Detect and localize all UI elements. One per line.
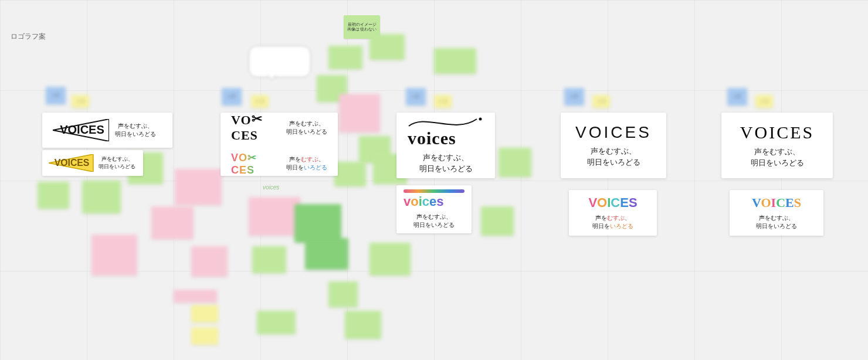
tagline: 声をむすぶ、 明日をいろどる: [419, 152, 473, 175]
frame-label: ロゴラフ案: [11, 32, 46, 42]
tagline: 声をむすぶ、 明日をいろどる: [286, 155, 327, 172]
sticky-note[interactable]: メモ: [251, 95, 269, 108]
sticky-note[interactable]: [174, 290, 217, 303]
sticky-note[interactable]: A案: [727, 88, 747, 106]
sticky-note[interactable]: A案: [46, 87, 66, 104]
logo-card-flowline-mono[interactable]: voices 声をむすぶ、 明日をいろどる: [396, 113, 495, 178]
sticky-note[interactable]: [328, 281, 358, 307]
sticky-note[interactable]: [191, 246, 228, 277]
voices-logo-flowline-color: voices: [404, 198, 444, 208]
tagline: 声をむすぶ、 明日をいろどる: [286, 120, 327, 136]
voices-logo-scissors-color: VO✂CES: [231, 151, 279, 176]
sticky-note[interactable]: [305, 238, 348, 270]
tagline: 声をむすぶ、 明日をいろどる: [99, 155, 135, 170]
sticky-note[interactable]: [191, 305, 218, 322]
logo-card-elegant-color[interactable]: VOICES 声をむすぶ、 明日をいろどる: [730, 190, 823, 236]
voices-signature: voices: [263, 184, 279, 191]
sticky-note[interactable]: [339, 94, 380, 133]
logo-card-perspective-yellow[interactable]: VOICES 声をむすぶ、 明日をいろどる: [42, 150, 143, 176]
sticky-note[interactable]: メモ: [592, 95, 610, 108]
sticky-note[interactable]: [499, 148, 531, 177]
sticky-note[interactable]: [82, 181, 121, 213]
sticky-note[interactable]: [369, 243, 411, 276]
sticky-note[interactable]: [38, 182, 69, 209]
logo-card-thin-mono[interactable]: VOICES 声をむすぶ、 明日をいろどる: [561, 113, 666, 178]
sticky-note[interactable]: [481, 206, 514, 236]
logo-card-elegant-mono[interactable]: VOICES 声をむすぶ、 明日をいろどる: [721, 113, 833, 178]
sticky-note[interactable]: [249, 197, 300, 236]
sticky-note[interactable]: [191, 327, 218, 345]
sticky-note[interactable]: [434, 48, 476, 74]
sticky-note[interactable]: [369, 34, 405, 60]
svg-point-4: [479, 117, 482, 120]
voices-logo-thin-color: VOICES: [588, 195, 637, 210]
tagline: 声をむすぶ、 明日をいろどる: [756, 214, 797, 230]
logo-card-thin-color[interactable]: VOICES 声をむすぶ、 明日をいろどる: [569, 190, 657, 236]
voices-logo-elegant-color: VOICES: [752, 195, 801, 210]
speech-bubble[interactable]: [249, 46, 311, 77]
tagline: 声をむすぶ、 明日をいろどる: [592, 214, 633, 230]
sticky-note[interactable]: [345, 311, 381, 339]
voices-logo-thin: VOICES: [575, 123, 652, 142]
voices-logo-perspective: VOICES: [53, 119, 109, 141]
tagline: 声をむすぶ、 明日をいろどる: [751, 146, 804, 169]
sticky-note[interactable]: メモ: [755, 95, 773, 108]
sticky-note[interactable]: [151, 206, 194, 239]
tagline: 声をむすぶ、 明日をいろどる: [587, 145, 640, 168]
sticky-note[interactable]: [257, 311, 296, 334]
tagline: 声をむすぶ、 明日をいろどる: [115, 122, 156, 138]
logo-card-scissors[interactable]: VO✂CES 声をむすぶ、 明日をいろどる VO✂CES 声をむすぶ、 明日をい…: [221, 113, 338, 176]
svg-text:VOICES: VOICES: [55, 158, 90, 168]
voices-logo-flowline: voices: [408, 117, 484, 148]
sticky-note[interactable]: [175, 169, 222, 205]
svg-text:VOICES: VOICES: [60, 123, 104, 136]
whiteboard-canvas[interactable]: ロゴラフ案 最初のイメージ画像は 使わない A案 メモ A案 メモ A案 メモ …: [0, 0, 868, 360]
sticky-note[interactable]: A案: [406, 88, 426, 106]
tagline: 声をむすぶ、 明日をいろどる: [413, 213, 455, 229]
voices-logo-scissors: VO✂CES: [231, 113, 279, 143]
voices-logo-elegant: VOICES: [740, 123, 814, 142]
sticky-note[interactable]: [328, 46, 362, 69]
voices-logo-perspective-yellow: VOICES: [48, 154, 94, 172]
logo-card-perspective-mono[interactable]: VOICES 声をむすぶ、 明日をいろどる: [42, 113, 172, 148]
sticky-note[interactable]: [252, 246, 286, 273]
sticky-note[interactable]: A案: [564, 88, 584, 106]
sticky-note[interactable]: [334, 162, 366, 186]
sticky-note[interactable]: [294, 204, 341, 243]
sticky-note[interactable]: [91, 235, 137, 276]
logo-card-flowline-color[interactable]: voices 声をむすぶ、 明日をいろどる: [396, 185, 472, 233]
sticky-note[interactable]: A案: [222, 88, 242, 106]
sticky-note[interactable]: メモ: [434, 95, 452, 108]
sticky-note[interactable]: メモ: [72, 95, 89, 108]
